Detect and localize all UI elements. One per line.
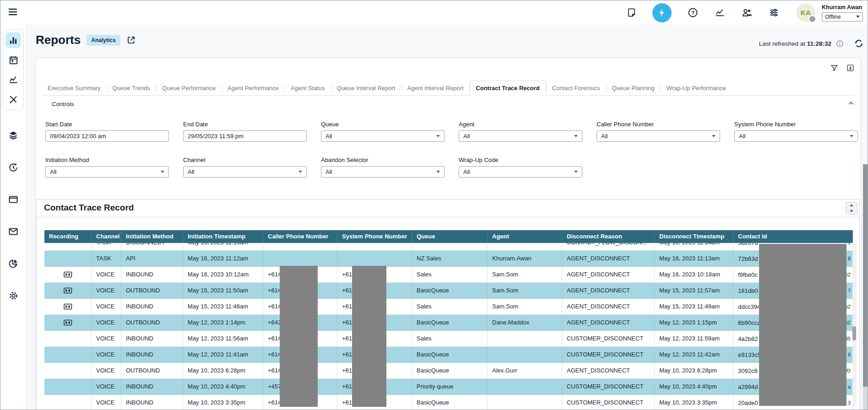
sidebar-item-mail[interactable] (5, 224, 21, 239)
contact-id-tail: 3 (848, 395, 851, 410)
download-button[interactable] (846, 64, 855, 73)
sidebar-item-trend[interactable] (5, 72, 21, 87)
cell-disconnect-reason: CUSTOMER_DISCONNECT (562, 347, 655, 362)
tab-queue-performance[interactable]: Queue Performance (156, 81, 222, 95)
select-abandon-selector[interactable]: All (321, 166, 445, 178)
analytics-badge[interactable]: Analytics (87, 35, 120, 46)
sidebar-item-design[interactable] (5, 92, 21, 107)
pie-chart-icon (8, 258, 19, 269)
cell-disconnect-timestamp: May 12, 2023 11:42am (655, 347, 733, 362)
tab-queue-interval-report[interactable]: Queue Interval Report (331, 81, 401, 95)
chevron-down-icon (574, 171, 578, 173)
sidebar-item-gear[interactable] (5, 288, 21, 303)
cell-initiation-method: INBOUND (121, 331, 183, 346)
filter-button[interactable] (830, 64, 839, 73)
topbar-metrics-icon[interactable] (714, 7, 726, 19)
cell-disconnect-timestamp: May 12, 2023 1:15pm (655, 315, 733, 330)
sidebar-item-pie-chart[interactable] (5, 256, 21, 271)
cell-queue: BasicQueue (412, 283, 488, 298)
contact-id-fragment: 20ade0 (738, 395, 758, 410)
cell-system-phone (337, 251, 412, 266)
stepper-up-button[interactable] (846, 202, 857, 208)
svg-text:?: ? (691, 10, 694, 16)
panel-title: Contact Trace Record (44, 203, 134, 213)
select-caller-phone-number[interactable]: All (597, 130, 720, 142)
user-block: Khurram Awan Offline (822, 4, 863, 22)
panel-stepper (846, 202, 857, 215)
table-scrollbar-thumb[interactable] (852, 326, 856, 340)
field-caller-phone-number: Caller Phone NumberAll (597, 121, 720, 142)
external-link-icon[interactable] (126, 35, 136, 45)
cell-queue: BasicQueue (412, 363, 488, 378)
field-start-date: Start Date09/04/2023 12:00 am (45, 121, 169, 142)
cell-initiation-timestamp: May 10, 2023 3:35pm (183, 395, 263, 410)
contact-trace-panel: Contact Trace Record RecordingChannelIni… (36, 199, 860, 410)
agent-status-value: Offline (825, 14, 841, 20)
cell-agent (488, 347, 562, 362)
agent-status-select[interactable]: Offline (822, 12, 863, 22)
chevron-down-icon (712, 135, 716, 137)
sidebar-item-calendar[interactable] (5, 52, 21, 68)
avatar[interactable]: KA (797, 4, 815, 22)
cell-disconnect-reason: CUSTOMER_DISCONNECT (562, 379, 655, 394)
tab-contract-trace-record[interactable]: Contract Trace Record (469, 81, 546, 96)
controls-collapse-button[interactable] (847, 99, 855, 109)
table-row: VOICEINBOUNDMay 10, 2023 3:35pm+614+612B… (44, 395, 853, 410)
recording-icon[interactable] (64, 319, 72, 326)
column-header-recording: Recording (44, 230, 92, 243)
recording-icon[interactable] (64, 303, 72, 310)
field-value-system-phone-number: All (739, 133, 745, 140)
column-header-initiation-method: Initiation Method (121, 230, 183, 243)
topbar-notes-icon[interactable] (625, 7, 637, 19)
table-row: VOICEINBOUNDMay 12, 2023 11:41am+614+612… (44, 347, 853, 363)
select-channel[interactable]: All (183, 166, 307, 178)
select-queue[interactable]: All (321, 130, 445, 142)
sidebar-item-bar-chart[interactable] (5, 32, 21, 48)
contact-id-fragment: 6b90cca (738, 315, 760, 330)
tab-executive-summary[interactable]: Executive Summary (42, 81, 107, 95)
select-wrap-up-code[interactable]: All (459, 166, 582, 178)
tab-agent-status[interactable]: Agent Status (285, 81, 331, 95)
page-scrollbar-thumb[interactable] (863, 164, 868, 387)
cell-agent (488, 243, 562, 250)
recording-icon[interactable] (64, 271, 72, 278)
cell-initiation-method: DISCONNECT (121, 243, 183, 250)
cell-system-phone (337, 243, 412, 250)
input-end-date[interactable]: 29/05/2023 11:59 pm (183, 130, 307, 142)
topbar-help-icon[interactable]: ? (687, 7, 699, 19)
topbar-settings-sliders-icon[interactable] (768, 7, 780, 19)
topbar-contacts-icon[interactable] (741, 7, 753, 19)
hamburger-menu-button[interactable] (7, 6, 19, 18)
sidebar-item-window[interactable] (5, 192, 21, 207)
tab-agent-interval-report[interactable]: Agent Interval Report (401, 81, 469, 95)
last-refreshed-label: Last refreshed at 11:28:32 (759, 40, 831, 47)
input-start-date[interactable]: 09/04/2023 12:00 am (45, 130, 169, 142)
cell-disconnect-timestamp: May 12, 2023 11:59am (655, 331, 733, 346)
tab-wrap-up-performance[interactable]: Wrap-Up Performance (661, 81, 732, 95)
field-wrap-up-code: Wrap-Up CodeAll (459, 156, 582, 178)
app-window: ? KA Khurram Awan Offline Reports Analyt… (0, 0, 868, 410)
tab-queue-planning[interactable]: Queue Planning (606, 81, 661, 95)
field-value-initiation-method: All (50, 168, 56, 175)
recording-icon[interactable] (64, 287, 72, 294)
field-label-start-date: Start Date (45, 121, 169, 128)
download-icon (846, 64, 855, 74)
info-icon[interactable] (835, 39, 844, 48)
user-name: Khurram Awan (822, 4, 863, 11)
tab-contact-forensics[interactable]: Contact Forensics (546, 81, 606, 95)
select-agent[interactable]: All (459, 130, 582, 142)
cell-disconnect-reason: AGENT_DISCONNECT (562, 251, 655, 266)
chevron-down-icon (161, 171, 164, 173)
refresh-icon[interactable] (854, 38, 864, 49)
topbar-lightning-icon[interactable] (652, 3, 672, 22)
cell-disconnect-reason: AGENT_DISCONNECT (562, 315, 655, 330)
sidebar-item-layers[interactable] (5, 128, 21, 143)
select-initiation-method[interactable]: All (45, 166, 169, 178)
sidebar-item-history[interactable] (5, 160, 21, 175)
stepper-down-button[interactable] (846, 208, 857, 214)
cell-recording (44, 283, 92, 298)
select-system-phone-number[interactable]: All (734, 130, 858, 142)
tab-agent-performance[interactable]: Agent Performance (222, 81, 285, 95)
tab-queue-trends[interactable]: Queue Trends (107, 81, 156, 95)
redaction-box-caller-phone (280, 266, 318, 407)
